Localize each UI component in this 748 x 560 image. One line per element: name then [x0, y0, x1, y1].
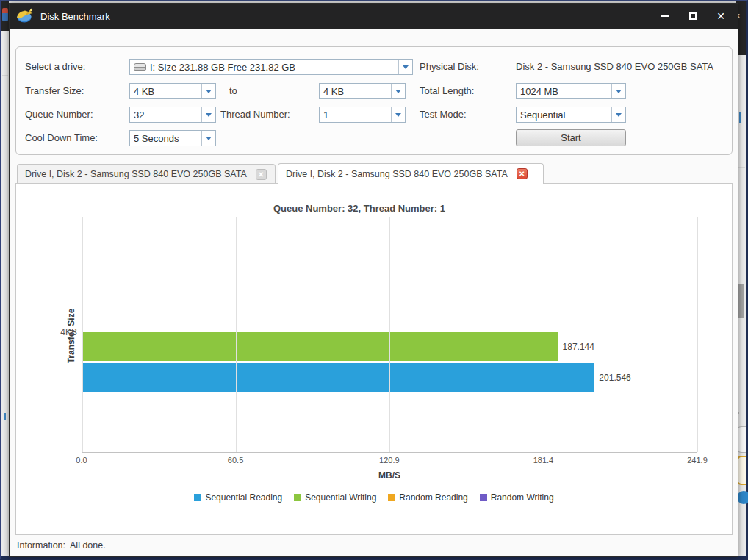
- drive-select[interactable]: I: Size 231.88 GB Free 231.82 GB: [129, 59, 413, 75]
- legend-swatch: [294, 494, 301, 501]
- drive-select-value: I: Size 231.88 GB Free 231.82 GB: [146, 62, 398, 73]
- benchmark-settings-panel: Select a drive: I: Size 231.88 GB Free 2…: [15, 46, 733, 155]
- maximize-icon: [689, 12, 697, 20]
- physical-disk-label: Physical Disk:: [420, 59, 479, 75]
- legend-swatch: [194, 494, 201, 501]
- legend-item: Random Writing: [480, 492, 554, 503]
- dropdown-button[interactable]: [201, 84, 215, 98]
- dropdown-button[interactable]: [611, 84, 625, 98]
- total-length-value: 1024 MB: [517, 86, 611, 97]
- total-length-label: Total Length:: [420, 83, 474, 99]
- close-button[interactable]: ✕: [716, 11, 726, 21]
- chevron-down-icon: [403, 65, 409, 72]
- chevron-down-icon: [616, 90, 622, 96]
- legend-item: Sequential Writing: [294, 492, 376, 503]
- minimize-icon: [661, 15, 669, 17]
- transfer-size-to-label: to: [229, 83, 237, 99]
- x-axis-ticks: 0.060.5120.9181.4241.9: [82, 456, 697, 466]
- transfer-size-label: Transfer Size:: [25, 83, 84, 99]
- status-label: Information:: [17, 540, 65, 550]
- maximize-button[interactable]: [688, 11, 698, 21]
- result-tab-2[interactable]: Drive I, Disk 2 - Samsung SSD 840 EVO 25…: [278, 163, 544, 184]
- disk-benchmark-window: Disk Benchmark ✕ Select a drive: I: Size…: [9, 3, 738, 557]
- test-mode-value: Sequential: [517, 110, 611, 121]
- x-tick-label: 241.9: [687, 456, 708, 464]
- thread-number-select[interactable]: 1: [319, 107, 406, 123]
- dropdown-button[interactable]: [611, 107, 625, 122]
- chart-legend: Sequential ReadingSequential WritingRand…: [16, 492, 732, 503]
- x-tick-label: 181.4: [533, 456, 554, 464]
- gridline: [389, 217, 390, 452]
- desktop-screen: ‹ Disk Benchmark ✕: [0, 0, 748, 560]
- legend-item: Sequential Reading: [194, 492, 282, 503]
- x-tick-label: 120.9: [379, 456, 400, 464]
- chevron-down-icon: [395, 113, 401, 120]
- transfer-size-from-value: 4 KB: [130, 86, 201, 97]
- background-window-fragment: [4, 413, 6, 420]
- chevron-down-icon: [206, 137, 212, 143]
- bar-value-label: 201.546: [599, 373, 630, 383]
- x-tick-label: 60.5: [228, 456, 243, 464]
- x-axis-title: MB/S: [82, 470, 697, 481]
- dropdown-button[interactable]: [201, 131, 215, 146]
- window-title: Disk Benchmark: [40, 11, 110, 22]
- x-tick-label: 0.0: [76, 456, 87, 464]
- cool-down-value: 5 Seconds: [130, 133, 201, 144]
- background-app-logo-fragment: [2, 8, 8, 21]
- physical-disk-value: Disk 2 - Samsung SSD 840 EVO 250GB SATA: [516, 59, 713, 75]
- background-window-fragment: [739, 112, 741, 123]
- benchmark-chart-panel: Queue Number: 32, Thread Number: 1 Trans…: [15, 183, 733, 535]
- background-button-fragment-round[interactable]: [737, 491, 748, 504]
- bar-value-label: 187.144: [563, 342, 594, 352]
- background-window-titlebar-fragment: [1, 1, 9, 31]
- cool-down-label: Cool Down Time:: [25, 130, 98, 146]
- chevron-down-icon: [206, 90, 212, 96]
- legend-label: Random Reading: [399, 492, 467, 503]
- legend-label: Sequential Reading: [205, 492, 282, 503]
- legend-swatch: [480, 494, 487, 501]
- dropdown-button[interactable]: [398, 60, 412, 74]
- statusbar: Information: All done.: [10, 534, 738, 556]
- result-tab-1[interactable]: Drive I, Disk 2 - Samsung SSD 840 EVO 25…: [17, 164, 276, 184]
- bar-sequential-reading: [82, 363, 594, 392]
- start-button[interactable]: Start: [516, 129, 626, 146]
- divider: [2, 182, 8, 182]
- test-mode-label: Test Mode:: [420, 107, 467, 123]
- thread-number-label: Thread Number:: [220, 107, 290, 123]
- app-icon: [16, 7, 34, 25]
- plot-area: 4KB 187.144201.546: [82, 217, 697, 453]
- dropdown-button[interactable]: [201, 107, 215, 122]
- status-value: All done.: [70, 540, 106, 550]
- transfer-size-to-select[interactable]: 4 KB: [319, 83, 406, 99]
- dropdown-button[interactable]: [391, 84, 405, 98]
- dropdown-button[interactable]: [391, 107, 405, 122]
- queue-number-select[interactable]: 32: [129, 107, 216, 123]
- cool-down-select[interactable]: 5 Seconds: [129, 130, 216, 146]
- transfer-size-from-select[interactable]: 4 KB: [129, 83, 216, 99]
- category-label: 4KB: [60, 327, 77, 337]
- legend-item: Random Reading: [388, 492, 467, 503]
- drive-select-label: Select a drive:: [25, 59, 85, 75]
- titlebar[interactable]: Disk Benchmark ✕: [10, 4, 738, 29]
- tab-label: Drive I, Disk 2 - Samsung SSD 840 EVO 25…: [25, 169, 247, 179]
- result-tabbar: Drive I, Disk 2 - Samsung SSD 840 EVO 25…: [15, 163, 732, 184]
- minimize-button[interactable]: [660, 11, 670, 21]
- tab-close-button[interactable]: ✕: [517, 168, 528, 179]
- chevron-down-icon: [206, 113, 212, 120]
- legend-swatch: [388, 494, 395, 501]
- chevron-down-icon: [395, 90, 401, 96]
- legend-label: Sequential Writing: [305, 492, 376, 503]
- thread-number-value: 1: [320, 110, 391, 121]
- disk-drive-icon: [134, 63, 146, 71]
- background-window-left-sliver: [1, 1, 9, 556]
- transfer-size-to-value: 4 KB: [320, 86, 391, 97]
- gridline: [544, 217, 544, 452]
- total-length-select[interactable]: 1024 MB: [516, 83, 626, 99]
- window-controls: ✕: [660, 11, 726, 21]
- tab-close-button[interactable]: ✕: [256, 169, 267, 180]
- chart-title: Queue Number: 32, Thread Number: 1: [16, 203, 702, 214]
- gridline: [697, 217, 698, 452]
- divider: [2, 75, 8, 76]
- chevron-down-icon: [616, 113, 622, 120]
- test-mode-select[interactable]: Sequential: [516, 107, 626, 123]
